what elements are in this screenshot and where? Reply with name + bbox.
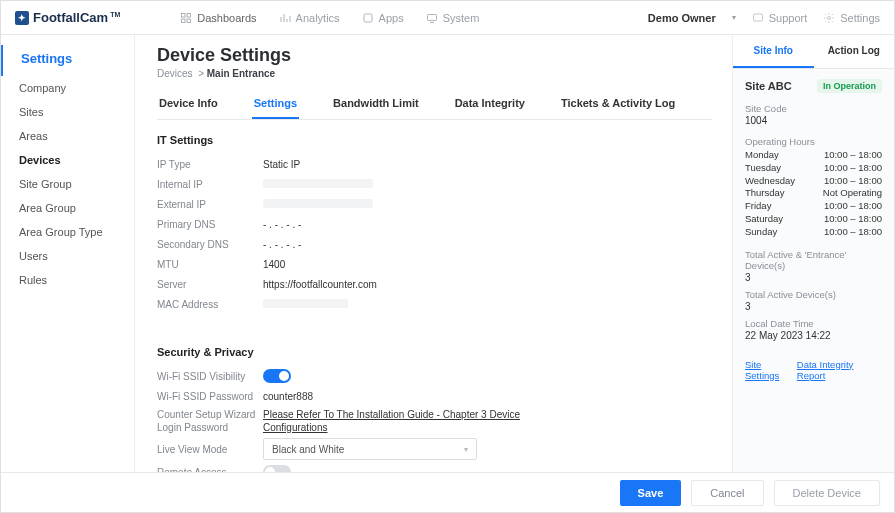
svg-rect-5 xyxy=(427,14,436,20)
nav-analytics[interactable]: Analytics xyxy=(279,12,340,24)
chevron-down-icon[interactable]: ▾ xyxy=(732,13,736,22)
label-internal-ip: Internal IP xyxy=(157,179,263,190)
hours-day: Wednesday xyxy=(745,175,795,188)
content-tabs: Device Info Settings Bandwidth Limit Dat… xyxy=(157,89,712,120)
delete-device-button[interactable]: Delete Device xyxy=(774,480,880,506)
rp-hours-label: Operating Hours xyxy=(745,136,882,147)
val-external-ip xyxy=(263,199,373,210)
label-external-ip: External IP xyxy=(157,199,263,210)
cancel-button[interactable]: Cancel xyxy=(691,480,763,506)
hours-time: 10:00 – 18:00 xyxy=(824,175,882,188)
hours-day: Saturday xyxy=(745,213,783,226)
sidebar-item-devices[interactable]: Devices xyxy=(1,148,134,172)
val-internal-ip xyxy=(263,179,373,190)
sidebar-item-company[interactable]: Company xyxy=(1,76,134,100)
row-liveview: Live View Mode Black and White ▾ xyxy=(157,436,706,462)
svg-rect-0 xyxy=(182,13,186,17)
label-primary-dns: Primary DNS xyxy=(157,219,263,230)
hours-time: 10:00 – 18:00 xyxy=(824,200,882,213)
link-site-settings[interactable]: Site Settings xyxy=(745,359,797,381)
val-server: https://footfallcounter.com xyxy=(263,279,377,290)
nav-analytics-label: Analytics xyxy=(296,12,340,24)
hours-time: 10:00 – 18:00 xyxy=(824,213,882,226)
breadcrumb-leaf: Main Entrance xyxy=(207,68,275,79)
main: Device Settings Devices > Main Entrance … xyxy=(135,35,732,472)
brand-logo[interactable]: ✦ FootfallCam TM xyxy=(15,10,120,25)
val-ip-type: Static IP xyxy=(263,159,300,170)
tab-tickets[interactable]: Tickets & Activity Log xyxy=(559,89,677,119)
section-sec-title: Security & Privacy xyxy=(157,346,706,358)
breadcrumb: Devices > Main Entrance xyxy=(157,68,712,79)
sidebar-item-area-group[interactable]: Area Group xyxy=(1,196,134,220)
label-wifi-vis: Wi-Fi SSID Visibility xyxy=(157,371,263,382)
nav-apps-label: Apps xyxy=(379,12,404,24)
row-internal-ip: Internal IP xyxy=(157,174,706,194)
rp-entrance-label: Total Active & 'Entrance' Device(s) xyxy=(745,249,882,271)
select-liveview-value: Black and White xyxy=(272,444,344,455)
rp-hours: Monday10:00 – 18:00 Tuesday10:00 – 18:00… xyxy=(745,149,882,239)
sidebar-item-users[interactable]: Users xyxy=(1,244,134,268)
redacted-placeholder xyxy=(263,179,373,188)
sidebar-item-site-group[interactable]: Site Group xyxy=(1,172,134,196)
rp-localtime-label: Local Date Time xyxy=(745,318,882,329)
rp-entrance-val: 3 xyxy=(745,272,882,283)
row-secondary-dns: Secondary DNS - . - . - . - xyxy=(157,234,706,254)
breadcrumb-root[interactable]: Devices xyxy=(157,68,193,79)
nav-system-label: System xyxy=(443,12,480,24)
hours-day: Monday xyxy=(745,149,779,162)
nav-settings-label: Settings xyxy=(840,12,880,24)
top-right: Demo Owner ▾ Support Settings xyxy=(648,12,880,24)
sidebar-item-areas[interactable]: Areas xyxy=(1,124,134,148)
rp-tab-action-log[interactable]: Action Log xyxy=(814,35,895,68)
rp-active-label: Total Active Device(s) xyxy=(745,289,882,300)
label-mac: MAC Address xyxy=(157,299,263,310)
chevron-down-icon: ▾ xyxy=(464,445,468,454)
footfall-icon: ✦ xyxy=(15,11,29,25)
brand-text: FootfallCam xyxy=(33,10,108,25)
save-button[interactable]: Save xyxy=(620,480,682,506)
toggle-wifi-visibility[interactable] xyxy=(263,369,291,383)
label-wifi-pwd: Wi-Fi SSID Password xyxy=(157,391,263,402)
nav-system[interactable]: System xyxy=(426,12,480,24)
rp-tab-site-info[interactable]: Site Info xyxy=(733,35,814,68)
topbar: ✦ FootfallCam TM Dashboards Analytics Ap… xyxy=(1,1,894,35)
hours-day: Tuesday xyxy=(745,162,781,175)
rp-tabs: Site Info Action Log xyxy=(733,35,894,69)
nav-apps[interactable]: Apps xyxy=(362,12,404,24)
redacted-placeholder xyxy=(263,299,348,308)
nav-dashboards[interactable]: Dashboards xyxy=(180,12,256,24)
sidebar-item-area-group-type[interactable]: Area Group Type xyxy=(1,220,134,244)
trademark-icon: TM xyxy=(110,11,120,18)
support-icon xyxy=(752,12,764,24)
tab-bandwidth[interactable]: Bandwidth Limit xyxy=(331,89,421,119)
link-install-guide[interactable]: Please Refer To The Installation Guide -… xyxy=(263,408,523,434)
top-nav: Dashboards Analytics Apps System xyxy=(180,12,479,24)
sidebar-item-sites[interactable]: Sites xyxy=(1,100,134,124)
svg-rect-3 xyxy=(187,19,191,23)
tab-integrity[interactable]: Data Integrity xyxy=(453,89,527,119)
row-wifi-pwd: Wi-Fi SSID Password counter888 xyxy=(157,386,706,406)
apps-icon xyxy=(362,12,374,24)
owner-name[interactable]: Demo Owner xyxy=(648,12,716,24)
svg-rect-1 xyxy=(187,13,191,17)
nav-support[interactable]: Support xyxy=(752,12,808,24)
row-wizard-pwd: Counter Setup Wizard Login Password Plea… xyxy=(157,406,706,436)
select-liveview-mode[interactable]: Black and White ▾ xyxy=(263,438,477,460)
nav-support-label: Support xyxy=(769,12,808,24)
hours-day: Friday xyxy=(745,200,771,213)
tab-settings[interactable]: Settings xyxy=(252,89,299,119)
label-liveview: Live View Mode xyxy=(157,444,263,455)
row-mac: MAC Address xyxy=(157,294,706,314)
nav-settings[interactable]: Settings xyxy=(823,12,880,24)
label-server: Server xyxy=(157,279,263,290)
rp-localtime-val: 22 May 2023 14:22 xyxy=(745,330,882,341)
label-mtu: MTU xyxy=(157,259,263,270)
label-secondary-dns: Secondary DNS xyxy=(157,239,263,250)
sidebar-heading: Settings xyxy=(1,45,134,76)
row-ip-type: IP Type Static IP xyxy=(157,154,706,174)
link-data-integrity[interactable]: Data Integrity Report xyxy=(797,359,882,381)
hours-time: Not Operating xyxy=(823,187,882,200)
tab-device-info[interactable]: Device Info xyxy=(157,89,220,119)
sidebar-item-rules[interactable]: Rules xyxy=(1,268,134,292)
toggle-remote-access[interactable] xyxy=(263,465,291,472)
